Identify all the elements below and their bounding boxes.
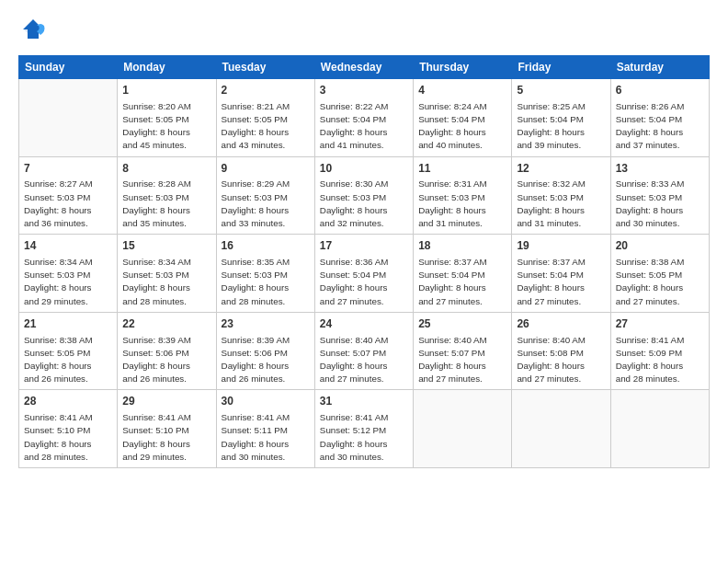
day-info: Sunrise: 8:41 AM Sunset: 5:10 PM Dayligh… [122,411,210,464]
day-info: Sunrise: 8:29 AM Sunset: 5:03 PM Dayligh… [222,178,310,230]
day-cell: 9Sunrise: 8:29 AM Sunset: 5:03 PM Daylig… [216,156,314,235]
day-number: 26 [517,316,605,332]
day-info: Sunrise: 8:33 AM Sunset: 5:03 PM Dayligh… [616,178,704,230]
day-cell: 22Sunrise: 8:39 AM Sunset: 5:06 PM Dayli… [118,312,216,390]
day-number: 30 [222,394,310,409]
day-info: Sunrise: 8:41 AM Sunset: 5:09 PM Dayligh… [616,334,704,386]
day-info: Sunrise: 8:40 AM Sunset: 5:08 PM Dayligh… [517,334,605,386]
day-info: Sunrise: 8:28 AM Sunset: 5:03 PM Dayligh… [122,178,210,230]
day-cell: 29Sunrise: 8:41 AM Sunset: 5:10 PM Dayli… [118,390,216,468]
day-cell [414,390,512,468]
day-number: 10 [320,161,408,177]
day-cell: 31Sunrise: 8:41 AM Sunset: 5:12 PM Dayli… [314,390,413,468]
day-number: 13 [616,161,704,177]
day-cell: 27Sunrise: 8:41 AM Sunset: 5:09 PM Dayli… [610,312,709,390]
col-header-saturday: Saturday [610,56,709,79]
day-number: 28 [24,394,112,409]
page: SundayMondayTuesdayWednesdayThursdayFrid… [0,0,728,563]
day-cell: 20Sunrise: 8:38 AM Sunset: 5:05 PM Dayli… [610,235,709,313]
day-cell: 16Sunrise: 8:35 AM Sunset: 5:03 PM Dayli… [216,235,314,313]
day-number: 20 [616,238,704,254]
day-cell: 8Sunrise: 8:28 AM Sunset: 5:03 PM Daylig… [118,156,216,235]
day-info: Sunrise: 8:39 AM Sunset: 5:06 PM Dayligh… [222,334,310,386]
day-cell: 6Sunrise: 8:26 AM Sunset: 5:04 PM Daylig… [610,79,709,157]
day-number: 2 [222,83,310,98]
day-info: Sunrise: 8:24 AM Sunset: 5:04 PM Dayligh… [418,100,506,153]
header [18,17,710,46]
day-number: 23 [222,316,310,332]
day-number: 15 [122,238,210,254]
day-cell: 19Sunrise: 8:37 AM Sunset: 5:04 PM Dayli… [512,235,610,313]
day-info: Sunrise: 8:26 AM Sunset: 5:04 PM Dayligh… [616,100,704,153]
week-row-2: 7Sunrise: 8:27 AM Sunset: 5:03 PM Daylig… [19,156,710,235]
day-number: 14 [24,238,112,254]
logo-icon [20,17,46,42]
day-number: 25 [418,316,506,332]
day-info: Sunrise: 8:34 AM Sunset: 5:03 PM Dayligh… [24,256,112,308]
day-info: Sunrise: 8:40 AM Sunset: 5:07 PM Dayligh… [320,334,408,386]
day-cell: 5Sunrise: 8:25 AM Sunset: 5:04 PM Daylig… [512,79,610,157]
day-number: 24 [320,316,408,332]
day-info: Sunrise: 8:41 AM Sunset: 5:10 PM Dayligh… [24,411,112,464]
day-number: 7 [24,161,112,177]
week-row-3: 14Sunrise: 8:34 AM Sunset: 5:03 PM Dayli… [19,235,710,313]
day-info: Sunrise: 8:20 AM Sunset: 5:05 PM Dayligh… [122,100,210,153]
day-cell: 3Sunrise: 8:22 AM Sunset: 5:04 PM Daylig… [314,79,413,157]
day-cell: 24Sunrise: 8:40 AM Sunset: 5:07 PM Dayli… [314,312,413,390]
day-number: 11 [418,161,506,177]
day-info: Sunrise: 8:21 AM Sunset: 5:05 PM Dayligh… [222,100,310,153]
day-info: Sunrise: 8:41 AM Sunset: 5:12 PM Dayligh… [320,411,408,464]
day-number: 31 [320,394,408,409]
day-number: 16 [222,238,310,254]
day-number: 12 [517,161,605,177]
week-row-5: 28Sunrise: 8:41 AM Sunset: 5:10 PM Dayli… [19,390,710,468]
day-cell [610,390,709,468]
col-header-thursday: Thursday [414,56,512,79]
day-cell: 25Sunrise: 8:40 AM Sunset: 5:07 PM Dayli… [414,312,512,390]
day-cell [19,79,118,157]
day-info: Sunrise: 8:35 AM Sunset: 5:03 PM Dayligh… [222,256,310,308]
day-number: 1 [122,83,210,98]
week-row-4: 21Sunrise: 8:38 AM Sunset: 5:05 PM Dayli… [19,312,710,390]
day-cell [512,390,610,468]
day-cell: 11Sunrise: 8:31 AM Sunset: 5:03 PM Dayli… [414,156,512,235]
day-info: Sunrise: 8:25 AM Sunset: 5:04 PM Dayligh… [517,100,605,153]
day-cell: 14Sunrise: 8:34 AM Sunset: 5:03 PM Dayli… [19,235,118,313]
day-info: Sunrise: 8:37 AM Sunset: 5:04 PM Dayligh… [418,256,506,308]
day-info: Sunrise: 8:34 AM Sunset: 5:03 PM Dayligh… [122,256,210,308]
day-info: Sunrise: 8:38 AM Sunset: 5:05 PM Dayligh… [616,256,704,308]
day-info: Sunrise: 8:27 AM Sunset: 5:03 PM Dayligh… [24,178,112,230]
day-cell: 18Sunrise: 8:37 AM Sunset: 5:04 PM Dayli… [414,235,512,313]
day-info: Sunrise: 8:30 AM Sunset: 5:03 PM Dayligh… [320,178,408,230]
day-info: Sunrise: 8:31 AM Sunset: 5:03 PM Dayligh… [418,178,506,230]
day-cell: 17Sunrise: 8:36 AM Sunset: 5:04 PM Dayli… [314,235,413,313]
day-number: 18 [418,238,506,254]
day-info: Sunrise: 8:36 AM Sunset: 5:04 PM Dayligh… [320,256,408,308]
col-header-monday: Monday [118,56,216,79]
day-number: 21 [24,316,112,332]
calendar-table: SundayMondayTuesdayWednesdayThursdayFrid… [18,55,710,468]
day-info: Sunrise: 8:40 AM Sunset: 5:07 PM Dayligh… [418,334,506,386]
logo [18,17,46,46]
col-header-tuesday: Tuesday [216,56,314,79]
col-header-sunday: Sunday [19,56,118,79]
week-row-1: 1Sunrise: 8:20 AM Sunset: 5:05 PM Daylig… [19,79,710,157]
day-cell: 28Sunrise: 8:41 AM Sunset: 5:10 PM Dayli… [19,390,118,468]
day-number: 22 [122,316,210,332]
day-cell: 15Sunrise: 8:34 AM Sunset: 5:03 PM Dayli… [118,235,216,313]
day-info: Sunrise: 8:37 AM Sunset: 5:04 PM Dayligh… [517,256,605,308]
day-cell: 21Sunrise: 8:38 AM Sunset: 5:05 PM Dayli… [19,312,118,390]
day-info: Sunrise: 8:39 AM Sunset: 5:06 PM Dayligh… [122,334,210,386]
day-info: Sunrise: 8:32 AM Sunset: 5:03 PM Dayligh… [517,178,605,230]
day-cell: 4Sunrise: 8:24 AM Sunset: 5:04 PM Daylig… [414,79,512,157]
day-cell: 13Sunrise: 8:33 AM Sunset: 5:03 PM Dayli… [610,156,709,235]
day-number: 9 [222,161,310,177]
day-info: Sunrise: 8:41 AM Sunset: 5:11 PM Dayligh… [222,411,310,464]
day-info: Sunrise: 8:38 AM Sunset: 5:05 PM Dayligh… [24,334,112,386]
day-number: 3 [320,83,408,98]
day-number: 17 [320,238,408,254]
day-cell: 10Sunrise: 8:30 AM Sunset: 5:03 PM Dayli… [314,156,413,235]
day-number: 5 [517,83,605,98]
day-number: 29 [122,394,210,409]
col-header-wednesday: Wednesday [314,56,413,79]
